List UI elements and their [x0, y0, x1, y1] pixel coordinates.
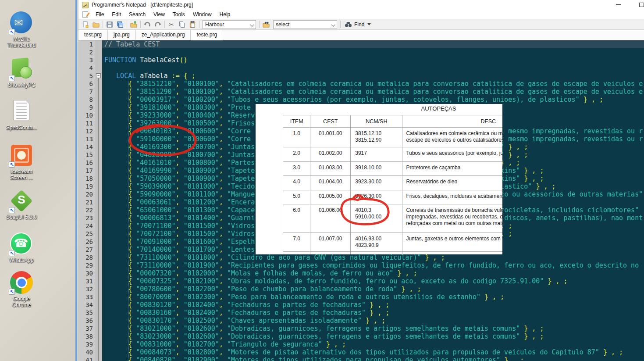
table-row: 7.001.007.004016.93.004823.90.9Juntas, g…: [283, 233, 503, 252]
line-number-gutter[interactable]: 1234567891011121314151617181920212223242…: [78, 40, 95, 361]
cell-item: 2.0: [283, 147, 310, 162]
fold-collapse-icon[interactable]: −: [96, 73, 101, 78]
toolbar-separator: [340, 21, 341, 28]
table-row: 8.001.008.004016.10.10Partes de: [283, 252, 503, 255]
toolbar-separator: [103, 21, 103, 28]
document-pencil-icon: [82, 11, 88, 18]
line-number: 6: [78, 80, 93, 88]
cut-icon[interactable]: ✂: [166, 20, 177, 29]
line-number: 26: [78, 238, 93, 246]
icon-label: Thunderbird: [3, 42, 40, 48]
redo-icon[interactable]: [153, 20, 163, 29]
cell-item: 7.0: [283, 233, 310, 252]
shortcut-arrow-icon: ↖: [9, 29, 15, 35]
line-number: 17: [78, 167, 93, 175]
line-number: 19: [78, 182, 93, 190]
line-number: 7: [78, 88, 93, 96]
line-number: 27: [78, 246, 93, 254]
cell-desc: Tubos e seus acessórios (por exemplo, ju…: [402, 147, 502, 162]
menu-item-edit[interactable]: Edit: [108, 11, 125, 18]
icon-label: SpedConta...: [3, 125, 40, 131]
column-header-ncm: NCM/SH: [351, 115, 402, 128]
desktop-icon-icecream-screen-recorder[interactable]: ↖ IcecreamScreen ...: [3, 144, 40, 181]
cell-ncm: 3926.30.00: [351, 190, 402, 204]
new-file-button[interactable]: [80, 20, 91, 29]
code-line: { "38151210", "0100100", "Catalisadores …: [102, 80, 644, 88]
code-line: LOCAL aTabela := { ;: [102, 72, 644, 80]
cell-desc: Reservatórios de óleo: [402, 176, 502, 190]
menu-item-help[interactable]: Help: [216, 11, 235, 18]
menu-item-search[interactable]: Search: [125, 11, 149, 18]
desktop-icon-soapui[interactable]: S ↖ SoapUI 5.3.0: [3, 189, 40, 220]
menu-item-window[interactable]: Window: [189, 11, 216, 18]
find-button[interactable]: Find: [342, 20, 374, 29]
cell-cest: 01.002.00: [310, 147, 351, 162]
cell-desc: Juntas, gaxetas e outros elementos com f…: [402, 233, 502, 252]
title-bar[interactable]: Programmer's Notepad - [d:\temp\teste.pr…: [78, 0, 644, 10]
line-number: 3: [78, 56, 93, 64]
cell-item: 8.0: [283, 252, 310, 255]
line-number: 11: [78, 119, 93, 127]
line-number: 4: [78, 64, 93, 72]
desktop-window-divider: [75, 0, 77, 361]
menu-item-tools[interactable]: Tools: [169, 11, 189, 18]
cell-ncm: 4016.93.004823.90.9: [351, 233, 402, 252]
code-line: { "00007325", "0102100", "Obras moldadas…: [102, 277, 644, 285]
undo-icon[interactable]: [142, 20, 153, 29]
menu-item-file[interactable]: File: [92, 11, 108, 18]
screen: ✉ ↖ MozillaThunderbird ↖ ShowMyPC SpedCo…: [0, 0, 644, 361]
code-line: { "00084073", "0102800", "Motores de pis…: [102, 348, 644, 356]
cell-desc: Catalisadores em colmeia cerâmica ou met…: [402, 128, 502, 147]
line-number: 9: [78, 104, 93, 111]
find-button-label: Find: [354, 21, 364, 28]
icon-label: Icecream: [3, 168, 40, 175]
minimize-button[interactable]: [612, 0, 625, 10]
save-all-button[interactable]: [115, 20, 125, 29]
menu-item-view[interactable]: View: [149, 11, 169, 18]
icon-label: Google: [3, 296, 40, 302]
paste-icon[interactable]: [187, 20, 198, 29]
line-number: 13: [78, 135, 93, 143]
cell-ncm: 3923.30.00: [351, 176, 402, 190]
desktop-icon-spedconta[interactable]: SpedConta...: [3, 100, 40, 131]
open-file-button[interactable]: [91, 20, 101, 29]
icon-label: Mozilla: [3, 36, 40, 42]
menu-bar: FileEditSearchViewToolsWindowHelp: [78, 10, 644, 19]
tab-teste.prg[interactable]: teste.prg: [191, 30, 223, 40]
desktop-icon-showmypc[interactable]: ↖ ShowMyPC: [3, 57, 40, 88]
code-line: [102, 64, 644, 72]
find-in-files-icon[interactable]: [261, 20, 271, 29]
binoculars-icon: [345, 21, 352, 28]
save-button[interactable]: [104, 20, 115, 29]
line-number: 30: [78, 269, 93, 277]
cell-desc: Protetores de caçamba: [402, 162, 502, 176]
overlay-table-header-row: ITEM CEST NCM/SH DESC: [283, 115, 503, 128]
tab-bar: test.prgjpa.prgze_Application.prgteste.p…: [78, 30, 644, 40]
shortcut-arrow-icon: ↖: [9, 207, 15, 213]
cell-item: 4.0: [283, 176, 310, 190]
cell-cest: 01.001.00: [310, 128, 351, 147]
tab-ze_Application.prg[interactable]: ze_Application.prg: [136, 30, 191, 40]
maximize-button[interactable]: [638, 0, 644, 10]
fold-margin[interactable]: −: [95, 40, 102, 361]
language-combobox-value: Harbour: [205, 21, 224, 28]
language-combobox[interactable]: Harbour: [203, 20, 256, 29]
desktop-icon-google-chrome[interactable]: ↖ GoogleChrome: [3, 271, 40, 308]
tab-test.prg[interactable]: test.prg: [78, 30, 108, 40]
tab-jpa.prg[interactable]: jpa.prg: [108, 30, 136, 40]
desktop-icon-whatsapp[interactable]: ☎ ↖ WhatsApp: [3, 232, 40, 263]
line-number: 37: [78, 325, 93, 332]
line-number: 32: [78, 285, 93, 293]
cell-desc: Correias de transmissão de borracha vulc…: [402, 204, 502, 233]
line-number: 36: [78, 317, 93, 325]
search-combobox-value: select: [276, 21, 289, 28]
copy-icon[interactable]: [177, 20, 187, 29]
search-combobox[interactable]: select: [273, 20, 337, 29]
line-number: 29: [78, 261, 93, 269]
desktop-icon-thunderbird[interactable]: ✉ ↖ MozillaThunderbird: [3, 11, 40, 48]
cell-item: 5.0: [283, 190, 310, 204]
cell-ncm: 3917: [351, 147, 402, 162]
cell-cest: 01.006.00: [310, 204, 351, 233]
close-folder-button[interactable]: [128, 20, 139, 29]
code-line: { "83021000", "0102600", "Dobradicas, gu…: [102, 325, 644, 332]
